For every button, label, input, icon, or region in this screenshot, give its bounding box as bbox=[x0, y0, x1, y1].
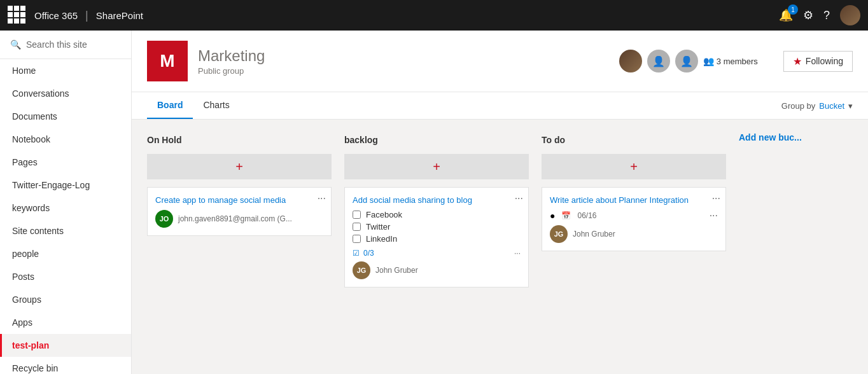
assignee-name-card-3: John Gruber bbox=[573, 230, 615, 239]
calendar-icon: 📅 bbox=[561, 211, 571, 220]
add-bucket-button[interactable]: Add new buc... bbox=[739, 132, 802, 142]
members-count-text: 3 members bbox=[717, 57, 758, 66]
notification-icon[interactable]: 🔔 1 bbox=[779, 8, 793, 22]
column-header-backlog: backlog bbox=[344, 132, 529, 148]
sidebar: 🔍 Search this site HomeConversationsDocu… bbox=[0, 31, 132, 374]
layout: 🔍 Search this site HomeConversationsDocu… bbox=[0, 31, 868, 374]
sidebar-item-test-plan[interactable]: test-plan bbox=[0, 334, 131, 357]
task-card-card-2: ···Add social media sharing to blogFaceb… bbox=[344, 187, 529, 287]
members-icon: 👥 bbox=[703, 56, 714, 66]
sidebar-item-notebook[interactable]: Notebook bbox=[0, 128, 131, 151]
task-footer-card-3: JGJohn Gruber bbox=[550, 225, 718, 243]
progress-icon: ☑ bbox=[353, 249, 360, 258]
assignee-avatar-card-3: JG bbox=[550, 225, 568, 243]
sidebar-item-site-contents[interactable]: Site contents bbox=[0, 219, 131, 242]
tab-charts[interactable]: Charts bbox=[193, 92, 239, 119]
add-task-button-to-do[interactable]: + bbox=[542, 154, 726, 179]
checklist-label-1: Twitter bbox=[366, 222, 390, 232]
group-name: Marketing bbox=[198, 47, 609, 65]
sidebar-item-apps[interactable]: Apps bbox=[0, 311, 131, 334]
checklist-item-0[interactable]: Facebook bbox=[353, 210, 521, 219]
sidebar-item-posts[interactable]: Posts bbox=[0, 265, 131, 288]
sidebar-item-keywords[interactable]: keywords bbox=[0, 197, 131, 219]
sidebar-item-pages[interactable]: Pages bbox=[0, 151, 131, 174]
tabs-bar: BoardCharts Group by Bucket ▾ bbox=[132, 92, 868, 120]
column-header-on-hold: On Hold bbox=[147, 132, 332, 148]
task-more-button-card-2[interactable]: ··· bbox=[515, 193, 523, 204]
following-label: Following bbox=[806, 56, 843, 66]
progress-text: 0/3 bbox=[363, 249, 374, 258]
task-meta-more[interactable]: ··· bbox=[710, 210, 718, 221]
assignee-avatar-card-2: JG bbox=[353, 261, 370, 279]
checkbox-0[interactable] bbox=[353, 211, 361, 219]
sidebar-item-documents[interactable]: Documents bbox=[0, 105, 131, 128]
task-more-button-card-3[interactable]: ··· bbox=[712, 193, 720, 204]
task-more-button-card-1[interactable]: ··· bbox=[318, 193, 326, 204]
office365-label[interactable]: Office 365 bbox=[34, 10, 78, 21]
search-box[interactable]: 🔍 Search this site bbox=[0, 31, 131, 59]
checklist-label-2: LinkedIn bbox=[366, 234, 397, 244]
sharepoint-label[interactable]: SharePoint bbox=[96, 10, 143, 21]
help-icon[interactable]: ? bbox=[823, 9, 830, 22]
tab-board[interactable]: Board bbox=[147, 92, 193, 119]
assignee-avatar-card-1: JO bbox=[155, 210, 173, 228]
task-card-card-3: ···Write article about Planner Integrati… bbox=[542, 187, 726, 251]
column-header-to-do: To do bbox=[542, 132, 726, 148]
following-star-icon: ★ bbox=[793, 55, 802, 67]
member-avatar-1 bbox=[619, 50, 642, 73]
chevron-down-icon: ▾ bbox=[848, 101, 853, 111]
waffle-icon[interactable] bbox=[8, 6, 27, 25]
following-button[interactable]: ★ Following bbox=[783, 51, 853, 72]
task-checklist-card-2: FacebookTwitterLinkedIn bbox=[353, 210, 521, 244]
board-column-on-hold: On Hold+···Create app to manage social m… bbox=[147, 132, 332, 242]
group-by-value: Bucket bbox=[819, 101, 844, 111]
progress-more-icon[interactable]: ··· bbox=[514, 249, 521, 258]
tabs-list: BoardCharts bbox=[147, 92, 240, 119]
group-members: 👤 👤 👥 3 members bbox=[619, 50, 758, 73]
topbar: Office 365 | SharePoint 🔔 1 ⚙ ? bbox=[0, 0, 868, 31]
add-task-button-backlog[interactable]: + bbox=[344, 154, 529, 179]
assignee-name-card-1: john.gaven8891@gmail.com (G... bbox=[178, 214, 292, 223]
task-title-card-2[interactable]: Add social media sharing to blog bbox=[353, 195, 521, 205]
add-task-button-on-hold[interactable]: + bbox=[147, 154, 332, 179]
group-by[interactable]: Group by Bucket ▾ bbox=[781, 101, 853, 111]
task-date: 06/16 bbox=[577, 211, 596, 220]
member-avatar-3: 👤 bbox=[675, 50, 698, 73]
task-icon: ● bbox=[550, 211, 555, 221]
task-footer-card-2: JGJohn Gruber bbox=[353, 261, 521, 279]
task-progress-card-2: ☑0/3··· bbox=[353, 249, 521, 258]
sidebar-item-twitter-engage-log[interactable]: Twitter-Engage-Log bbox=[0, 174, 131, 197]
group-header: M Marketing Public group 👤 👤 👥 3 members… bbox=[132, 31, 868, 92]
members-count: 👥 3 members bbox=[703, 56, 758, 66]
group-logo: M bbox=[147, 41, 188, 81]
sidebar-item-conversations[interactable]: Conversations bbox=[0, 82, 131, 105]
main-content: M Marketing Public group 👤 👤 👥 3 members… bbox=[132, 31, 868, 374]
sidebar-item-recycle-bin[interactable]: Recycle bin bbox=[0, 357, 131, 374]
board-area: On Hold+···Create app to manage social m… bbox=[132, 120, 868, 374]
sidebar-item-groups[interactable]: Groups bbox=[0, 288, 131, 311]
user-avatar[interactable] bbox=[840, 5, 860, 25]
task-title-card-3[interactable]: Write article about Planner Integration bbox=[550, 195, 718, 205]
group-type: Public group bbox=[198, 66, 609, 76]
checklist-label-0: Facebook bbox=[366, 210, 402, 219]
assignee-name-card-2: John Gruber bbox=[375, 266, 418, 275]
topbar-icons: 🔔 1 ⚙ ? bbox=[779, 5, 860, 25]
sidebar-item-people[interactable]: people bbox=[0, 242, 131, 265]
topbar-divider: | bbox=[85, 9, 88, 22]
group-by-label: Group by bbox=[781, 101, 815, 111]
board-column-to-do: To do+···Write article about Planner Int… bbox=[542, 132, 726, 258]
task-footer-card-1: JOjohn.gaven8891@gmail.com (G... bbox=[155, 210, 323, 228]
checklist-item-2[interactable]: LinkedIn bbox=[353, 234, 521, 244]
checkbox-2[interactable] bbox=[353, 235, 361, 243]
sidebar-item-home[interactable]: Home bbox=[0, 59, 131, 82]
settings-icon[interactable]: ⚙ bbox=[803, 8, 813, 22]
checkbox-1[interactable] bbox=[353, 223, 361, 231]
task-meta-card-3: ● 📅 06/16 ··· bbox=[550, 210, 718, 221]
notification-badge: 1 bbox=[788, 4, 798, 15]
sidebar-nav: HomeConversationsDocumentsNotebookPagesT… bbox=[0, 59, 131, 374]
task-title-card-1[interactable]: Create app to manage social media bbox=[155, 195, 323, 205]
member-avatar-2: 👤 bbox=[647, 50, 670, 73]
group-info: Marketing Public group bbox=[198, 47, 609, 76]
add-bucket-column: Add new buc... bbox=[739, 132, 802, 142]
checklist-item-1[interactable]: Twitter bbox=[353, 222, 521, 232]
